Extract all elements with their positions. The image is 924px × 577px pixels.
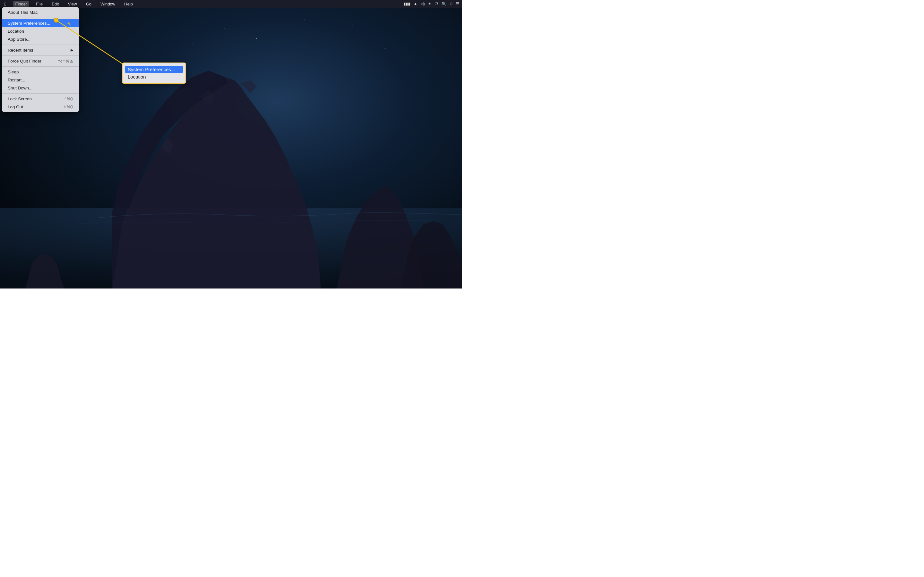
separator-5 [2, 93, 79, 93]
menu-location[interactable]: Location [2, 27, 79, 35]
menu-restart[interactable]: Restart... [2, 76, 79, 84]
menubar-finder[interactable]: Finder [13, 1, 29, 7]
menu-lock-screen[interactable]: Lock Screen ^⌘Q [2, 95, 79, 103]
battery-icon[interactable]: ▮▮▮ [404, 2, 410, 6]
notification-center-icon[interactable]: ☰ [456, 2, 459, 6]
separator-1 [2, 18, 79, 18]
menu-shut-down[interactable]: Shut Down... [2, 84, 79, 92]
menubar-help[interactable]: Help [122, 1, 135, 7]
svg-point-4 [304, 19, 305, 19]
separator-2 [2, 45, 79, 45]
time-machine-icon[interactable]: ⏱ [435, 2, 438, 6]
svg-point-2 [352, 25, 353, 26]
bluetooth-icon[interactable]: ✴ [428, 2, 431, 6]
recent-items-arrow: ▶ [71, 48, 73, 52]
menubar-edit[interactable]: Edit [50, 1, 61, 7]
menubar-right: ▮▮▮ ▲ ◁) ✴ ⏱ 🔍 ⊙ ☰ [404, 2, 459, 6]
svg-point-6 [224, 29, 225, 29]
menubar-go[interactable]: Go [84, 1, 94, 7]
menu-log-out[interactable]: Log Out ⇧⌘Q [2, 103, 79, 111]
svg-point-5 [433, 32, 433, 32]
lock-screen-shortcut: ^⌘Q [65, 97, 73, 101]
apple-menu-trigger[interactable]:  [3, 1, 8, 7]
svg-point-3 [384, 48, 386, 49]
separator-3 [2, 55, 79, 56]
menu-system-preferences[interactable]: System Preferences... [2, 19, 79, 27]
menu-app-store[interactable]: App Store... [2, 35, 79, 43]
spotlight-icon[interactable]: 🔍 [441, 2, 446, 6]
separator-4 [2, 66, 79, 67]
callout-location: Location [128, 73, 180, 81]
menubar-window[interactable]: Window [99, 1, 117, 7]
apple-dropdown-menu: About This Mac System Preferences... Loc… [2, 7, 79, 112]
wifi-icon[interactable]: ▲ [414, 2, 417, 6]
menu-about-this-mac[interactable]: About This Mac [2, 8, 79, 16]
menu-force-quit[interactable]: Force Quit Finder ⌥⌃⌘⏏ [2, 57, 79, 65]
menu-sleep[interactable]: Sleep [2, 68, 79, 76]
desktop:  Finder File Edit View Go Window Help ▮… [0, 0, 462, 288]
svg-point-8 [401, 64, 401, 64]
svg-point-7 [192, 45, 193, 45]
volume-icon[interactable]: ◁) [421, 2, 425, 6]
menubar-view[interactable]: View [66, 1, 79, 7]
menu-recent-items[interactable]: Recent Items ▶ [2, 46, 79, 54]
menubar:  Finder File Edit View Go Window Help ▮… [0, 0, 462, 8]
log-out-shortcut: ⇧⌘Q [63, 105, 73, 109]
callout-system-prefs: System Preferences... [125, 66, 183, 73]
menubar-left:  Finder File Edit View Go Window Help [3, 1, 135, 7]
menubar-file[interactable]: File [34, 1, 45, 7]
svg-point-1 [256, 38, 257, 39]
siri-icon[interactable]: ⊙ [449, 2, 453, 6]
force-quit-shortcut: ⌥⌃⌘⏏ [58, 59, 73, 63]
callout-box: System Preferences... Location [122, 63, 186, 84]
